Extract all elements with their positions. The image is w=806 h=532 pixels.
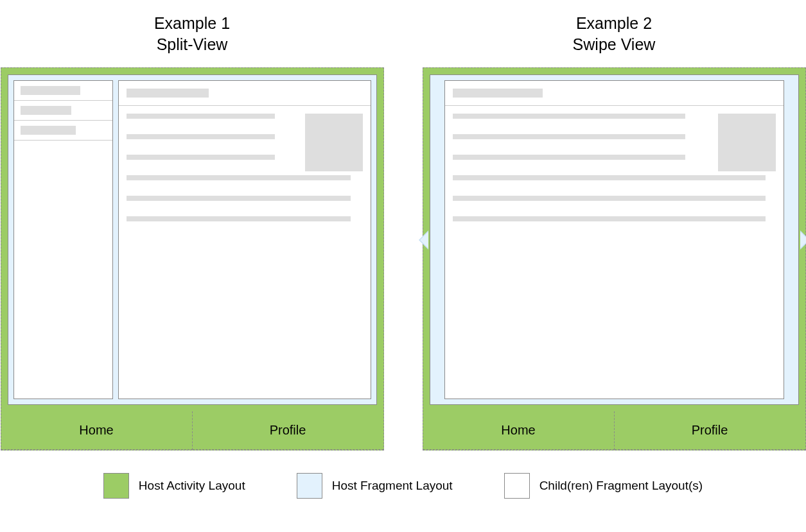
placeholder-icon: [127, 114, 276, 119]
swatch-green-icon: [103, 473, 129, 499]
example-1-title: Example 1 Split-View: [1, 0, 384, 67]
tab-profile[interactable]: Profile: [193, 411, 383, 450]
tab-home[interactable]: Home: [423, 411, 615, 450]
detail-header: [445, 81, 784, 106]
tab-home[interactable]: Home: [1, 411, 193, 450]
host-fragment-layout-1: [8, 74, 377, 405]
placeholder-icon: [453, 196, 766, 201]
placeholder-icon: [127, 134, 276, 139]
placeholder-icon: [127, 155, 276, 160]
swipe-right-icon[interactable]: [800, 230, 807, 250]
child-fragment-detail: [118, 80, 371, 399]
child-fragment-page: [444, 80, 784, 399]
detail-body: [445, 106, 784, 229]
child-fragment-list: [13, 80, 113, 399]
example-2-title-line-2: Swipe View: [423, 34, 806, 55]
placeholder-icon: [21, 86, 80, 95]
example-swipe-view: Example 2 Swipe View: [423, 0, 806, 450]
legend-item-child-fragment: Child(ren) Fragment Layout(s): [504, 473, 703, 499]
host-activity-layout-1: Home Profile: [1, 67, 384, 450]
example-1-title-line-2: Split-View: [1, 34, 384, 55]
detail-body: [119, 106, 371, 229]
tab-profile[interactable]: Profile: [615, 411, 805, 450]
placeholder-icon: [453, 216, 766, 221]
placeholder-icon: [453, 114, 685, 119]
example-2-title-line-1: Example 2: [423, 13, 806, 34]
placeholder-icon: [453, 175, 766, 180]
bottom-tabs-1: Home Profile: [1, 411, 383, 450]
legend-item-host-activity: Host Activity Layout: [103, 473, 245, 499]
examples-container: Example 1 Split-View: [0, 0, 806, 450]
placeholder-icon: [453, 89, 543, 98]
placeholder-icon: [127, 216, 351, 221]
host-fragment-layout-2: [430, 74, 799, 405]
legend-label-host-activity: Host Activity Layout: [139, 479, 245, 493]
thumbnail-icon: [718, 114, 776, 171]
detail-header: [119, 81, 371, 106]
placeholder-icon: [21, 106, 72, 115]
list-item: [14, 101, 112, 121]
placeholder-icon: [21, 126, 76, 135]
legend-label-child-fragment: Child(ren) Fragment Layout(s): [539, 479, 703, 493]
list-item: [14, 121, 112, 141]
swipe-left-icon[interactable]: [419, 230, 428, 250]
thumbnail-icon: [305, 114, 363, 171]
placeholder-icon: [127, 196, 351, 201]
bottom-tabs-2: Home Profile: [423, 411, 805, 450]
swatch-blue-icon: [297, 473, 322, 499]
placeholder-icon: [127, 175, 351, 180]
placeholder-icon: [453, 155, 685, 160]
host-activity-layout-2: Home Profile: [423, 67, 806, 450]
placeholder-icon: [453, 134, 685, 139]
legend-item-host-fragment: Host Fragment Layout: [297, 473, 453, 499]
list-item: [14, 81, 112, 101]
example-2-title: Example 2 Swipe View: [423, 0, 806, 67]
legend: Host Activity Layout Host Fragment Layou…: [0, 450, 806, 521]
placeholder-icon: [127, 89, 209, 98]
legend-label-host-fragment: Host Fragment Layout: [332, 479, 453, 493]
example-split-view: Example 1 Split-View: [1, 0, 384, 450]
example-1-title-line-1: Example 1: [1, 13, 384, 34]
swatch-white-icon: [504, 473, 530, 499]
